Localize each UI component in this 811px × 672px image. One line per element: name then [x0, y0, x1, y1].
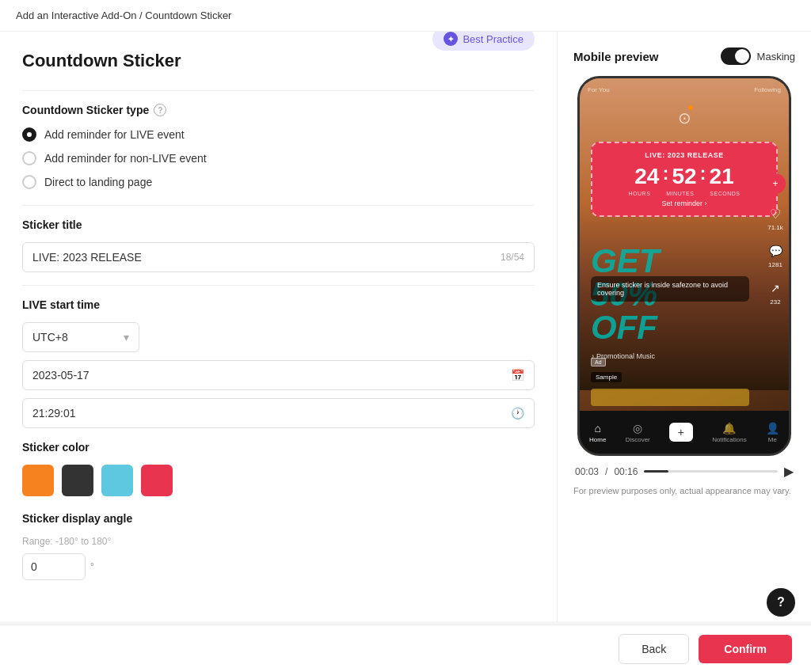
page-title: Countdown Sticker	[22, 51, 181, 71]
angle-value: 0	[31, 560, 37, 573]
radio-circle-live	[22, 127, 36, 142]
divider-1	[22, 90, 535, 91]
countdown-seconds: 21	[710, 165, 734, 188]
safezone-text: Ensure sticker is inside safezone to avo…	[597, 281, 728, 297]
radio-non-live-event[interactable]: Add reminder for non-LIVE event	[22, 151, 535, 165]
angle-range-label: Range: -180° to 180°	[22, 536, 535, 547]
cta-bar[interactable]	[591, 389, 749, 406]
comment-button[interactable]: 💬	[765, 241, 786, 261]
masking-label: Masking	[757, 51, 795, 63]
preview-note: For preview purposes only, actual appear…	[573, 485, 795, 497]
sample-badge: Sample	[591, 372, 622, 382]
nav-notifications[interactable]: 🔔 Notifications	[712, 422, 747, 443]
countdown-hours: 24	[634, 165, 659, 188]
display-angle-section: Sticker display angle	[22, 512, 535, 525]
radio-circle-non-live	[22, 151, 36, 165]
nav-create[interactable]: +	[669, 423, 693, 442]
notifications-icon: 🔔	[722, 422, 736, 435]
like-button[interactable]: ♡	[765, 203, 786, 224]
sticker-type-radio-group: Add reminder for LIVE event Add reminder…	[22, 127, 535, 189]
sticker-title-count: 18/54	[501, 252, 524, 263]
color-swatch-blue[interactable]	[101, 465, 133, 496]
color-swatch-dark[interactable]	[62, 465, 93, 496]
radio-live-event[interactable]: Add reminder for LIVE event	[22, 127, 535, 142]
nav-discover-label: Discover	[626, 436, 650, 443]
right-panel: Mobile preview Masking For You Following…	[558, 32, 811, 621]
time-value: 21:29:01	[32, 407, 76, 420]
share-button[interactable]: ↗	[765, 278, 786, 298]
play-button[interactable]: ▶	[784, 464, 794, 479]
back-button[interactable]: Back	[619, 634, 689, 664]
color-swatch-red[interactable]	[141, 465, 173, 496]
calendar-icon: 📅	[511, 369, 524, 382]
share-count: 232	[770, 298, 780, 306]
best-practice-label: Best Practice	[463, 33, 524, 45]
create-button[interactable]: +	[669, 423, 693, 442]
phone-topbar: For You Following	[580, 78, 789, 101]
help-fab[interactable]: ?	[767, 588, 795, 617]
set-reminder-btn[interactable]: Set reminder ›	[602, 199, 767, 207]
timezone-select[interactable]: UTC+8 ▾	[22, 322, 139, 352]
sticker-overlay-title: LIVE: 2023 RELEASE	[602, 151, 767, 159]
masking-toggle-switch[interactable]	[721, 47, 751, 65]
home-icon: ⌂	[595, 422, 601, 435]
angle-input[interactable]: 0	[22, 553, 86, 580]
radio-non-live-label: Add reminder for non-LIVE event	[44, 152, 207, 165]
sticker-title-input[interactable]: LIVE: 2023 RELEASE 18/54	[22, 242, 535, 272]
time-separator: /	[605, 466, 607, 477]
hours-label: HOURS	[629, 191, 651, 196]
sticker-title-section: Sticker title	[22, 218, 535, 231]
radio-landing-label: Direct to landing page	[44, 176, 152, 188]
date-picker[interactable]: 2023-05-17 📅	[22, 360, 535, 390]
countdown-sep-1: :	[662, 162, 668, 184]
breadcrumb-current: Countdown Sticker	[145, 9, 231, 21]
progress-fill	[644, 470, 668, 473]
sticker-title-label: Sticker title	[22, 218, 82, 231]
side-actions: + ♡ 71.1k 💬 1281 ↗ 232	[765, 173, 786, 306]
nav-home-label: Home	[589, 436, 606, 443]
footer: Back Confirm	[0, 625, 811, 672]
color-swatch-orange[interactable]	[22, 465, 54, 496]
angle-input-wrap: 0 °	[22, 553, 535, 580]
minutes-label: MINUTES	[666, 191, 694, 196]
mobile-preview-title: Mobile preview	[573, 50, 659, 63]
countdown-labels: HOURS MINUTES SECONDS	[602, 191, 767, 196]
safezone-message: Ensure sticker is inside safezone to avo…	[591, 276, 749, 302]
follow-button[interactable]: +	[765, 173, 786, 194]
live-start-time-section: LIVE start time	[22, 298, 535, 311]
nav-home[interactable]: ⌂ Home	[589, 422, 606, 443]
left-panel: Countdown Sticker ✦ Best Practice Countd…	[0, 32, 558, 621]
display-angle-label: Sticker display angle	[22, 512, 132, 525]
music-note: ♪ Promotional Music	[591, 352, 655, 360]
sticker-color-section: Sticker color	[22, 441, 535, 454]
nav-me-label: Me	[768, 436, 777, 443]
nav-me[interactable]: 👤 Me	[766, 422, 779, 443]
radio-landing-page[interactable]: Direct to landing page	[22, 175, 535, 189]
nav-discover[interactable]: ◎ Discover	[626, 422, 650, 443]
best-practice-button[interactable]: ✦ Best Practice	[432, 32, 535, 51]
masking-toggle: Masking	[721, 47, 795, 65]
like-group: ♡ 71.1k	[765, 203, 786, 231]
mobile-preview-header: Mobile preview Masking	[573, 47, 795, 65]
angle-unit: °	[90, 561, 94, 572]
camera-icon: ⊙	[678, 108, 691, 127]
color-swatches	[22, 465, 535, 496]
live-start-time-label: LIVE start time	[22, 298, 100, 311]
sticker-type-label: Countdown Sticker type	[22, 104, 149, 116]
sticker-title-value: LIVE: 2023 RELEASE	[32, 251, 142, 264]
divider-3	[22, 285, 535, 286]
discover-icon: ◎	[633, 422, 642, 435]
confirm-button[interactable]: Confirm	[699, 635, 792, 663]
share-group: ↗ 232	[765, 278, 786, 306]
time-picker[interactable]: 21:29:01 🕐	[22, 398, 535, 428]
sticker-type-help-icon[interactable]: ?	[154, 104, 166, 116]
main-layout: Countdown Sticker ✦ Best Practice Countd…	[0, 32, 811, 621]
title-row: Countdown Sticker ✦ Best Practice	[22, 51, 535, 78]
radio-circle-landing	[22, 175, 36, 189]
me-icon: 👤	[766, 422, 779, 435]
radio-live-label: Add reminder for LIVE event	[44, 128, 185, 141]
progress-bar[interactable]	[644, 470, 778, 473]
countdown-minutes: 52	[672, 165, 696, 188]
phone-bottom-nav: ⌂ Home ◎ Discover + 🔔 Notifications	[580, 411, 789, 454]
like-count: 71.1k	[767, 224, 783, 231]
